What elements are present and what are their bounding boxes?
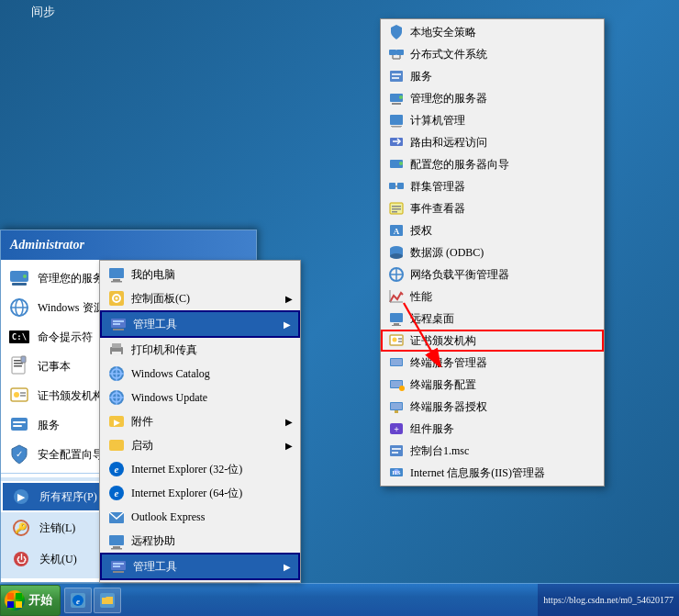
submenu-printer[interactable]: 打印机和传真: [100, 338, 300, 362]
submenu-controlpanel[interactable]: 控制面板(C) ▶: [100, 286, 300, 310]
submenu-accessories[interactable]: ▶ 附件 ▶: [100, 409, 300, 433]
admin-tools-submenu: 本地安全策略 分布式文件系统 服务 管理您的服务器 计算机管理: [380, 18, 605, 487]
svg-point-70: [399, 95, 403, 99]
svg-text:+: +: [394, 424, 399, 434]
submenu-accessories-label: 附件: [131, 414, 280, 430]
svg-rect-61: [389, 50, 396, 55]
submenu-remote[interactable]: 远程协助: [100, 529, 300, 553]
svg-text:▶: ▶: [114, 418, 120, 427]
admin-authz[interactable]: A 授权: [381, 219, 604, 241]
admin-dfs[interactable]: 分布式文件系统: [381, 43, 604, 65]
submenu-outlook-label: Outlook Express: [131, 510, 293, 524]
submenu-admintool2[interactable]: 管理工具 ▶: [100, 553, 300, 580]
svg-rect-84: [392, 208, 401, 210]
submenu-mypc[interactable]: 我的电脑: [100, 263, 300, 286]
admin-termcfg[interactable]: 终端服务配置: [381, 374, 604, 396]
odbc-icon: [388, 244, 405, 261]
accessories-icon: ▶: [107, 412, 126, 431]
admin-termsvr-label: 终端服务管理器: [410, 355, 487, 371]
svg-rect-10: [21, 356, 26, 363]
admin-perfmon[interactable]: 性能: [381, 286, 604, 308]
taskbar-item-ie[interactable]: e: [64, 588, 92, 613]
admin-servermgr[interactable]: 管理您的服务器: [381, 87, 604, 109]
routing-icon: [388, 134, 405, 151]
admin-nlb[interactable]: 网络负载平衡管理器: [381, 263, 604, 286]
svg-rect-122: [16, 593, 22, 599]
admin-localsec[interactable]: 本地安全策略: [381, 21, 604, 43]
submenu-wincatalog[interactable]: Windows Catalog: [100, 362, 300, 386]
svg-rect-16: [13, 421, 26, 423]
admin-compmgmt-label: 计算机管理: [410, 113, 465, 129]
taskbar-url-text: https://blog.csdn.net/m0_54620177: [543, 595, 673, 605]
svg-rect-17: [13, 425, 22, 427]
svg-rect-27: [111, 281, 122, 283]
svg-rect-121: [7, 593, 14, 599]
admin-termauth-label: 终端服务器授权: [410, 399, 487, 415]
admin-termsvr[interactable]: 终端服务管理器: [381, 352, 604, 374]
all-programs-label: 所有程序(P): [39, 489, 97, 505]
submenu-admintool[interactable]: 管理工具 ▶: [100, 310, 300, 338]
winupdate-icon: [107, 388, 126, 407]
svg-rect-85: [392, 211, 397, 213]
admin-iis[interactable]: IIS Internet 信息服务(IIS)管理器: [381, 462, 604, 484]
submenu-outlook[interactable]: Outlook Express: [100, 505, 300, 529]
printer-icon: [107, 341, 126, 359]
svg-rect-113: [390, 445, 403, 456]
svg-point-107: [399, 386, 405, 391]
iis-icon: IIS: [388, 465, 405, 481]
admin-complus[interactable]: + 组件服务: [381, 418, 604, 440]
svg-rect-71: [392, 103, 401, 105]
mypc-icon: [107, 265, 126, 284]
termsvr-icon: [388, 354, 405, 371]
admin-console1[interactable]: 控制台1.msc: [381, 440, 604, 462]
admin-clustermgr-label: 群集管理器: [410, 179, 465, 195]
admin-certauth[interactable]: 证书颁发机构: [381, 330, 604, 352]
admin-nlb-label: 网络负载平衡管理器: [410, 267, 509, 283]
clustermgr-icon: [388, 178, 405, 195]
svg-rect-32: [113, 320, 124, 322]
submenu-ie32[interactable]: e Internet Explorer (32-位): [100, 457, 300, 481]
admin-clustermgr[interactable]: 群集管理器: [381, 175, 604, 197]
submenu-ie32-label: Internet Explorer (32-位): [131, 462, 293, 477]
server-icon: [8, 267, 30, 289]
svg-rect-110: [395, 410, 398, 413]
submenu-winupdate[interactable]: Windows Update: [100, 386, 300, 409]
certauth-icon: [388, 332, 405, 349]
taskbar-item-folder[interactable]: [94, 588, 121, 613]
top-partial-text: 间步: [28, 0, 59, 24]
svg-rect-123: [7, 601, 14, 608]
svg-text:▶: ▶: [17, 491, 26, 502]
svg-rect-25: [109, 268, 124, 278]
submenu-ie64-label: Internet Explorer (64-位): [131, 486, 293, 501]
svg-point-30: [116, 297, 118, 300]
cert-icon: [8, 385, 30, 407]
start-button[interactable]: 开始: [0, 585, 61, 616]
controlpanel-arrow: ▶: [285, 294, 293, 304]
admin-servermgr-label: 管理您的服务器: [410, 91, 487, 106]
admin-eventvwr-label: 事件查看器: [410, 201, 465, 217]
admin-routing[interactable]: 路由和远程访问: [381, 131, 604, 153]
submenu-ie64[interactable]: e Internet Explorer (64-位): [100, 481, 300, 505]
shield-icon: ✓: [8, 443, 30, 465]
svg-rect-34: [113, 329, 124, 330]
admin-serverwiz[interactable]: 配置您的服务器向导: [381, 153, 604, 175]
admin-termauth[interactable]: 终端服务器授权: [381, 396, 604, 418]
svg-rect-15: [11, 418, 28, 431]
admin-service[interactable]: 服务: [381, 65, 604, 87]
submenu-remote-label: 远程协助: [131, 533, 293, 549]
remote-icon: [107, 532, 126, 550]
svg-rect-74: [391, 126, 402, 127]
admin-compmgmt[interactable]: 计算机管理: [381, 109, 604, 131]
admin-eventvwr[interactable]: 事件查看器: [381, 197, 604, 219]
svg-point-78: [399, 162, 403, 165]
svg-text:e: e: [76, 597, 80, 606]
service-icon: [8, 414, 30, 436]
start-menu-header: Administrator: [1, 230, 256, 260]
submenu-startup[interactable]: 启动 ▶: [100, 433, 300, 457]
cmd-icon: C:\: [8, 326, 30, 348]
svg-rect-96: [390, 313, 403, 322]
outlook-icon: [107, 508, 126, 526]
admin-odbc[interactable]: 数据源 (ODBC): [381, 241, 604, 263]
controlpanel-icon: [107, 289, 126, 308]
admin-rdp[interactable]: 远程桌面: [381, 308, 604, 330]
